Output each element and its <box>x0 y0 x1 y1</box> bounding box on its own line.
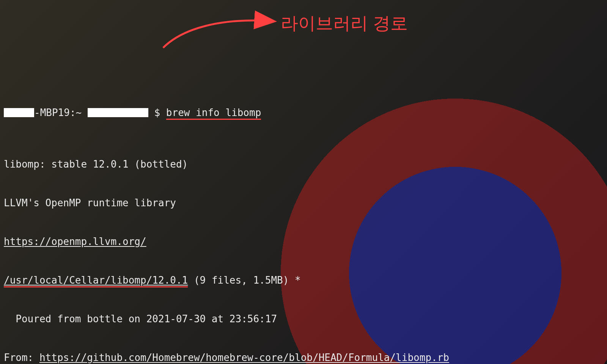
info-from-url[interactable]: https://github.com/Homebrew/homebrew-cor… <box>39 352 449 363</box>
cellar-path: /usr/local/Cellar/libomp/12.0.1 <box>4 275 188 287</box>
info-desc: LLVM's OpenMP runtime library <box>4 196 603 209</box>
terminal-window[interactable]: 라이브러리 경로 -MBP19:~ $ brew info libomp lib… <box>0 0 607 364</box>
annotation-label: 라이브러리 경로 <box>281 17 408 30</box>
info-stable: libomp: stable 12.0.1 (bottled) <box>4 158 603 171</box>
redacted-path <box>88 108 148 117</box>
annotation-arrow-icon <box>159 6 281 52</box>
info-poured: Poured from bottle on 2021-07-30 at 23:5… <box>4 312 603 325</box>
info-from: From: https://github.com/Homebrew/homebr… <box>4 351 603 364</box>
info-cellar: /usr/local/Cellar/libomp/12.0.1 (9 files… <box>4 274 603 287</box>
info-url[interactable]: https://openmp.llvm.org/ <box>4 236 146 247</box>
prompt-line-1: -MBP19:~ $ brew info libomp <box>4 106 603 119</box>
redacted-user <box>4 108 34 117</box>
command-brew-info: brew info libomp <box>166 107 261 120</box>
